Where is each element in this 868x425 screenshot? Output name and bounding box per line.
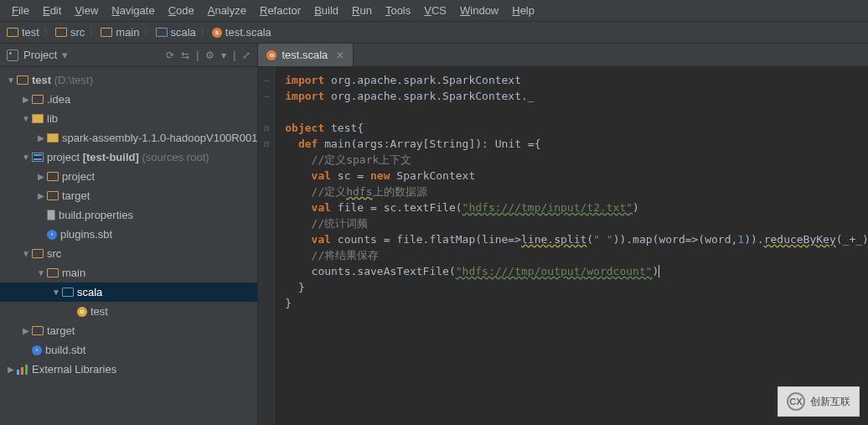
editor-gutter: ——⊟⊟: [258, 67, 275, 425]
folder-icon: [101, 28, 112, 37]
menu-edit[interactable]: Edit: [36, 2, 68, 19]
tree-node-project[interactable]: project: [0, 167, 257, 186]
code-wrap: ——⊟⊟ import org.apache.spark.SparkContex…: [258, 67, 868, 425]
tree-node-project-test-build-[interactable]: project [test-build] (sources root): [0, 148, 257, 167]
breadcrumb-separator: 〉: [199, 25, 210, 40]
sbt-icon: ›: [47, 230, 57, 240]
sidebar-tool-icon[interactable]: ⚙: [205, 49, 214, 61]
tree-arrow-icon[interactable]: [7, 365, 15, 374]
tree-arrow-icon[interactable]: [37, 172, 45, 181]
folder-icon: [47, 172, 59, 181]
tree-arrow-icon[interactable]: [22, 326, 30, 335]
tree-node-src[interactable]: src: [0, 244, 257, 263]
folder-icon: [7, 28, 18, 37]
sidebar-header: Project ▾ ⟳⇆|⚙▾|⤢: [0, 44, 257, 67]
sidebar-tool-icon: |: [196, 49, 199, 61]
tree-node-target[interactable]: target: [0, 321, 257, 340]
tree-arrow-icon[interactable]: [37, 191, 45, 200]
tree-node-test[interactable]: otest: [0, 302, 257, 321]
tree-arrow-icon[interactable]: [22, 95, 30, 104]
libraries-icon: [17, 365, 28, 375]
tree-node-target[interactable]: target: [0, 186, 257, 205]
tree-arrow-icon[interactable]: [22, 249, 30, 258]
scala-object-icon: o: [77, 307, 87, 317]
tree-node-plugins-sbt[interactable]: ›plugins.sbt: [0, 225, 257, 244]
folder-icon: [32, 95, 44, 104]
folder-icon: [156, 28, 168, 37]
breadcrumb-separator: 〉: [43, 25, 54, 40]
sidebar-tool-icon[interactable]: ⟳: [166, 49, 174, 61]
watermark-text: 创新互联: [810, 395, 850, 409]
lib-icon: [47, 133, 59, 143]
sidebar-title[interactable]: Project: [23, 49, 57, 61]
editor-area: o test.scala ✕ ——⊟⊟ import org.apache.sp…: [258, 44, 868, 425]
menu-file[interactable]: File: [5, 2, 36, 19]
tree-node--idea[interactable]: .idea: [0, 90, 257, 109]
tree-node-build-properties[interactable]: build.properties: [0, 205, 257, 225]
folder-icon: [47, 191, 59, 200]
menu-window[interactable]: Window: [453, 2, 505, 19]
tree-arrow-icon[interactable]: [37, 133, 45, 143]
tree-node-spark-assembly-1-1-0-hadoopv100r001[interactable]: spark-assembly-1.1.0-hadoopV100R001: [0, 128, 257, 148]
tree-node-build-sbt[interactable]: ›build.sbt: [0, 340, 257, 360]
menu-navigate[interactable]: Navigate: [105, 2, 161, 19]
project-tree: test (D:\test).idealibspark-assembly-1.1…: [0, 67, 257, 425]
code-editor[interactable]: import org.apache.spark.SparkContext imp…: [275, 67, 868, 425]
folder-icon: [32, 249, 44, 258]
tree-arrow-icon[interactable]: [22, 114, 30, 123]
module-icon: [32, 153, 44, 162]
sidebar-dropdown-icon[interactable]: ▾: [62, 49, 68, 61]
tree-node-test[interactable]: test (D:\test): [0, 70, 257, 90]
breadcrumb-src[interactable]: src: [55, 26, 85, 39]
folder-icon: [17, 75, 28, 85]
folder-icon: [62, 288, 74, 297]
tab-test-scala[interactable]: o test.scala ✕: [258, 44, 354, 66]
tree-arrow-icon[interactable]: [7, 75, 15, 85]
sidebar-tool-icon[interactable]: ⇆: [181, 49, 189, 61]
project-icon: [7, 49, 18, 61]
menu-analyze[interactable]: Analyze: [201, 2, 253, 19]
watermark-logo: CX: [787, 392, 805, 411]
menu-bar: FileEditViewNavigateCodeAnalyzeRefactorB…: [0, 0, 868, 22]
breadcrumb-scala[interactable]: scala: [156, 26, 196, 39]
menu-refactor[interactable]: Refactor: [253, 2, 307, 19]
tree-arrow-icon[interactable]: [52, 288, 60, 297]
tab-label: test.scala: [282, 49, 328, 61]
tree-node-lib[interactable]: lib: [0, 109, 257, 128]
workspace: Project ▾ ⟳⇆|⚙▾|⤢ test (D:\test).idealib…: [0, 44, 868, 425]
sidebar-tool-icon[interactable]: ⤢: [242, 49, 251, 61]
breadcrumb-separator: 〉: [88, 25, 99, 40]
menu-tools[interactable]: Tools: [379, 2, 417, 19]
tree-arrow-icon[interactable]: [37, 268, 45, 277]
menu-help[interactable]: Help: [505, 2, 541, 19]
sidebar-tools: ⟳⇆|⚙▾|⤢: [166, 49, 251, 61]
tree-node-scala[interactable]: scala: [0, 282, 257, 302]
folder-icon: [47, 268, 59, 277]
tree-arrow-icon[interactable]: [22, 153, 30, 162]
close-icon[interactable]: ✕: [336, 49, 344, 61]
sbt-icon: ›: [32, 345, 42, 355]
folder-icon: [55, 28, 67, 37]
breadcrumb-test-scala[interactable]: stest.scala: [212, 26, 271, 39]
menu-run[interactable]: Run: [345, 2, 379, 19]
breadcrumb-main[interactable]: main: [101, 26, 139, 39]
menu-build[interactable]: Build: [307, 2, 345, 19]
breadcrumb-separator: 〉: [143, 25, 154, 40]
file-icon: [47, 210, 55, 220]
menu-vcs[interactable]: VCS: [417, 2, 453, 19]
project-sidebar: Project ▾ ⟳⇆|⚙▾|⤢ test (D:\test).idealib…: [0, 44, 258, 425]
breadcrumb-test[interactable]: test: [7, 26, 39, 39]
sidebar-tool-icon: |: [233, 49, 235, 61]
breadcrumb: test〉src〉main〉scala〉stest.scala: [0, 22, 868, 44]
watermark: CX 创新互联: [778, 386, 860, 417]
menu-code[interactable]: Code: [162, 2, 201, 19]
scala-file-icon: s: [212, 28, 222, 38]
scala-file-icon: o: [266, 50, 276, 60]
sidebar-tool-icon[interactable]: ▾: [221, 49, 226, 61]
menu-view[interactable]: View: [68, 2, 105, 19]
tree-node-external-libraries[interactable]: External Libraries: [0, 360, 257, 379]
editor-tabs: o test.scala ✕: [258, 44, 868, 67]
folder-icon: [32, 326, 44, 335]
lib-icon: [32, 114, 44, 123]
tree-node-main[interactable]: main: [0, 263, 257, 282]
